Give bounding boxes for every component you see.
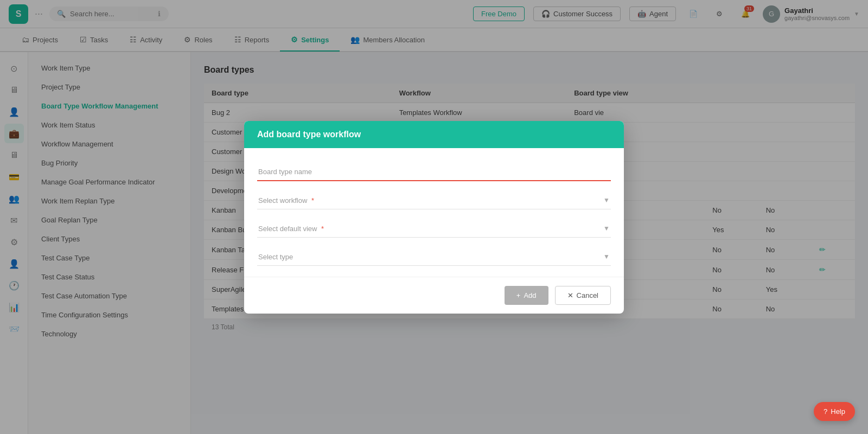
modal-overlay[interactable]: Add board type workflow Select workflow … (0, 0, 868, 434)
plus-icon: + (516, 291, 521, 299)
default-view-required-star: * (321, 225, 324, 233)
workflow-required-star: * (311, 196, 314, 205)
x-icon: ✕ (567, 291, 573, 299)
cancel-button[interactable]: ✕ Cancel (555, 286, 611, 305)
board-type-name-field (257, 163, 611, 181)
select-type-label: Select type (258, 253, 293, 261)
chevron-down-icon: ▼ (603, 196, 610, 204)
select-default-view-dropdown[interactable]: Select default view * ▼ (257, 220, 611, 238)
board-type-name-input[interactable] (257, 163, 611, 181)
add-board-type-modal: Add board type workflow Select workflow … (244, 121, 624, 314)
select-workflow-dropdown[interactable]: Select workflow * ▼ (257, 192, 611, 209)
select-type-field: Select type ▼ (257, 248, 611, 266)
select-type-dropdown[interactable]: Select type ▼ (257, 248, 611, 266)
help-button[interactable]: ? Help (814, 402, 855, 421)
modal-body: Select workflow * ▼ Select default view … (244, 148, 624, 277)
chevron-down-icon-3: ▼ (603, 253, 610, 260)
select-default-view-label: Select default view * (258, 225, 324, 233)
modal-footer: + Add ✕ Cancel (244, 277, 624, 314)
help-icon: ? (824, 407, 827, 416)
select-default-view-field: Select default view * ▼ (257, 220, 611, 238)
add-button[interactable]: + Add (505, 286, 548, 305)
select-workflow-label: Select workflow * (258, 196, 314, 205)
select-workflow-field: Select workflow * ▼ (257, 192, 611, 209)
chevron-down-icon-2: ▼ (603, 225, 610, 232)
modal-header: Add board type workflow (244, 121, 624, 148)
